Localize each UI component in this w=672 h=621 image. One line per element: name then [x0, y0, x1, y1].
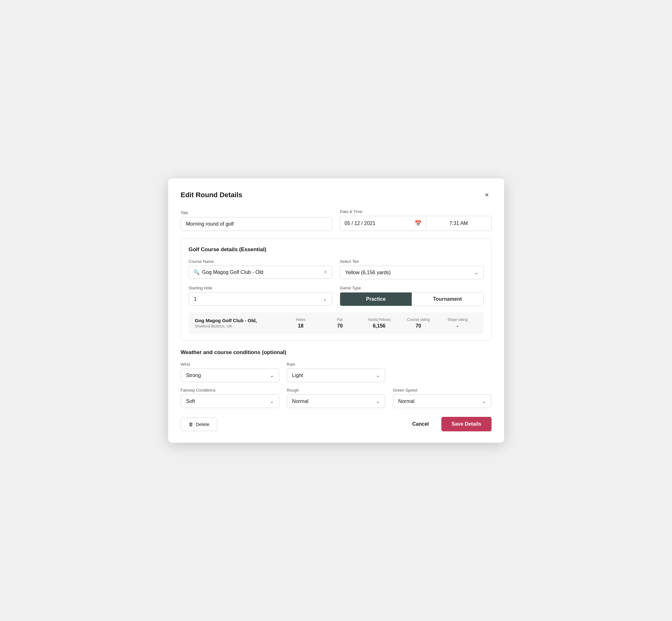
- datetime-field-group: Date & Time 05 / 12 / 2021 📅 7:31 AM: [340, 209, 492, 231]
- datetime-label: Date & Time: [340, 209, 492, 214]
- starting-hole-dropdown[interactable]: 1 ⌄: [189, 292, 333, 306]
- rough-dropdown[interactable]: Normal ⌄: [287, 395, 385, 408]
- chevron-down-icon-green: ⌄: [482, 398, 486, 404]
- course-stat-course-rating: Course rating 70: [399, 318, 438, 329]
- par-label: Par: [320, 318, 359, 322]
- course-rating-label: Course rating: [399, 318, 438, 322]
- green-speed-field: Green Speed Normal ⌄: [393, 388, 491, 408]
- course-name-text: Gog Magog Golf Club - Old: [202, 270, 324, 275]
- modal-footer: 🗑 Delete Cancel Save Details: [181, 417, 492, 431]
- course-name-bold: Gog Magog Golf Club - Old,: [195, 318, 281, 323]
- date-text: 05 / 12 / 2021: [344, 220, 415, 226]
- tournament-toggle-button[interactable]: Tournament: [412, 292, 483, 306]
- weather-section-title: Weather and course conditions (optional): [181, 349, 492, 356]
- rain-label: Rain: [287, 362, 385, 367]
- rain-dropdown[interactable]: Light ⌄: [287, 369, 385, 382]
- fairway-label: Fairway Conditions: [181, 388, 279, 392]
- time-text: 7:31 AM: [449, 220, 468, 226]
- holes-label: Holes: [281, 318, 320, 322]
- title-label: Title: [181, 210, 333, 215]
- clear-course-icon[interactable]: ✕: [323, 269, 328, 275]
- course-stat-holes: Holes 18: [281, 318, 320, 329]
- wind-field: Wind Strong ⌄: [181, 362, 279, 382]
- footer-right: Cancel Save Details: [407, 417, 492, 431]
- delete-button[interactable]: 🗑 Delete: [181, 417, 217, 431]
- rain-value: Light: [292, 373, 376, 378]
- select-tee-label: Select Tee: [340, 259, 484, 264]
- course-info-name: Gog Magog Golf Club - Old, Shelford Bott…: [195, 318, 281, 329]
- fairway-field: Fairway Conditions Soft ⌄: [181, 388, 279, 408]
- cancel-button[interactable]: Cancel: [407, 417, 434, 431]
- rain-field: Rain Light ⌄: [287, 362, 385, 382]
- trash-icon: 🗑: [189, 422, 194, 427]
- edit-round-modal: Edit Round Details × Title Date & Time 0…: [168, 178, 504, 443]
- holes-value: 18: [281, 323, 320, 329]
- rough-field: Rough Normal ⌄: [287, 388, 385, 408]
- fairway-dropdown[interactable]: Soft ⌄: [181, 395, 279, 408]
- delete-label: Delete: [196, 422, 209, 427]
- wind-rain-row: Wind Strong ⌄ Rain Light ⌄: [181, 362, 492, 382]
- game-type-label: Game Type: [340, 286, 484, 290]
- rough-label: Rough: [287, 388, 385, 392]
- course-rating-value: 70: [399, 323, 438, 329]
- wind-value: Strong: [186, 373, 270, 378]
- modal-title: Edit Round Details: [181, 191, 243, 199]
- course-name-group: Course Name 🔍 Gog Magog Golf Club - Old …: [189, 259, 333, 279]
- yards-value: 6,156: [360, 323, 399, 329]
- yards-label: Yards(Yellow): [360, 318, 399, 322]
- chevron-down-icon-wind: ⌄: [270, 372, 274, 378]
- search-icon: 🔍: [194, 269, 200, 275]
- chevron-down-icon-fairway: ⌄: [270, 398, 274, 404]
- chevron-down-icon-hole: ⌄: [323, 296, 327, 302]
- practice-toggle-button[interactable]: Practice: [340, 292, 412, 306]
- chevron-down-icon: ⌄: [474, 270, 478, 276]
- date-input[interactable]: 05 / 12 / 2021 📅: [340, 216, 426, 231]
- game-type-toggle: Practice Tournament: [340, 292, 484, 306]
- fairway-rough-green-row: Fairway Conditions Soft ⌄ Rough Normal ⌄…: [181, 388, 492, 408]
- course-name-label: Course Name: [189, 259, 333, 264]
- starting-hole-group: Starting Hole 1 ⌄: [189, 286, 333, 306]
- chevron-down-icon-rough: ⌄: [376, 398, 380, 404]
- time-input[interactable]: 7:31 AM: [426, 216, 492, 231]
- title-input[interactable]: [181, 217, 333, 231]
- title-date-row: Title Date & Time 05 / 12 / 2021 📅 7:31 …: [181, 209, 492, 231]
- slope-rating-value: -: [438, 323, 477, 329]
- fairway-value: Soft: [186, 399, 270, 404]
- course-stat-yards: Yards(Yellow) 6,156: [360, 318, 399, 329]
- game-type-group: Game Type Practice Tournament: [340, 286, 484, 306]
- green-speed-value: Normal: [398, 399, 482, 404]
- course-section-title: Golf Course details (Essential): [189, 246, 484, 253]
- starting-hole-game-type-row: Starting Hole 1 ⌄ Game Type Practice Tou…: [189, 286, 484, 306]
- select-tee-group: Select Tee Yellow (6,156 yards) ⌄: [340, 259, 484, 279]
- slope-rating-label: Slope rating: [438, 318, 477, 322]
- weather-section: Weather and course conditions (optional)…: [181, 349, 492, 408]
- starting-hole-text: 1: [194, 296, 323, 302]
- course-stat-par: Par 70: [320, 318, 359, 329]
- title-field-group: Title: [181, 210, 333, 231]
- save-button[interactable]: Save Details: [442, 417, 491, 431]
- course-card: Golf Course details (Essential) Course N…: [181, 239, 492, 340]
- wind-label: Wind: [181, 362, 279, 367]
- course-location: Shelford Bottom, UK: [195, 324, 281, 329]
- select-tee-text: Yellow (6,156 yards): [345, 270, 474, 276]
- par-value: 70: [320, 323, 359, 329]
- course-name-input[interactable]: 🔍 Gog Magog Golf Club - Old ✕: [189, 266, 333, 279]
- rough-value: Normal: [292, 399, 376, 404]
- green-speed-label: Green Speed: [393, 388, 491, 392]
- close-button[interactable]: ×: [482, 190, 492, 200]
- starting-hole-label: Starting Hole: [189, 286, 333, 290]
- modal-header: Edit Round Details ×: [181, 190, 492, 200]
- wind-dropdown[interactable]: Strong ⌄: [181, 369, 279, 382]
- date-time-row: 05 / 12 / 2021 📅 7:31 AM: [340, 216, 492, 231]
- calendar-icon: 📅: [415, 220, 421, 227]
- green-speed-dropdown[interactable]: Normal ⌄: [393, 395, 491, 408]
- chevron-down-icon-rain: ⌄: [376, 372, 380, 378]
- course-stat-slope-rating: Slope rating -: [438, 318, 477, 329]
- select-tee-dropdown[interactable]: Yellow (6,156 yards) ⌄: [340, 266, 484, 279]
- course-name-tee-row: Course Name 🔍 Gog Magog Golf Club - Old …: [189, 259, 484, 279]
- course-info-strip: Gog Magog Golf Club - Old, Shelford Bott…: [189, 313, 484, 334]
